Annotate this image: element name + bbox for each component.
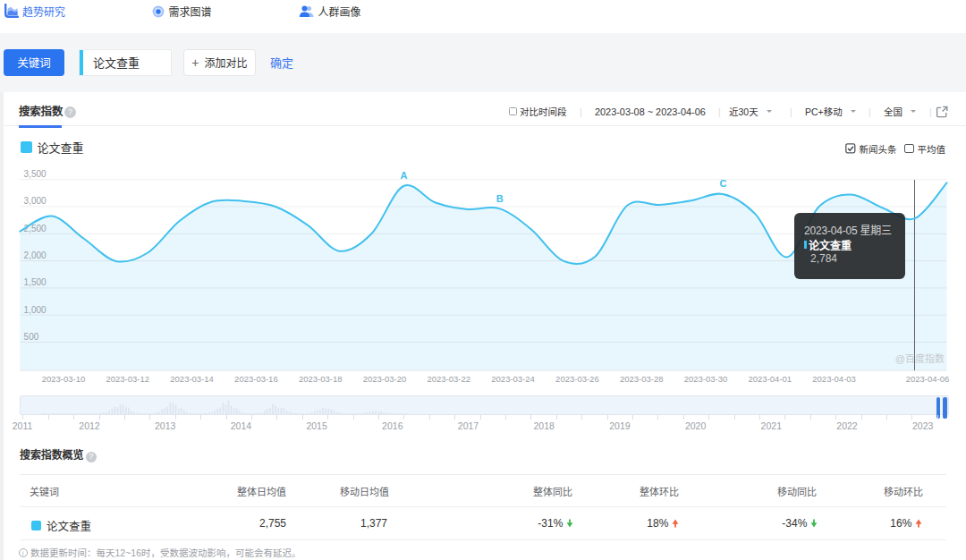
svg-text:A: A <box>400 170 407 181</box>
svg-text:2,500: 2,500 <box>24 224 47 233</box>
svg-text:2023-03-24: 2023-03-24 <box>491 374 535 384</box>
svg-text:2023-04-03: 2023-04-03 <box>812 374 856 384</box>
svg-text:2023-03-22: 2023-03-22 <box>427 374 470 384</box>
svg-text:2023-04-01: 2023-04-01 <box>748 374 792 384</box>
svg-text:2023-03-26: 2023-03-26 <box>555 374 599 384</box>
svg-text:3,500: 3,500 <box>24 169 47 179</box>
svg-text:2023-03-14: 2023-03-14 <box>170 374 214 384</box>
svg-text:2023-03-30: 2023-03-30 <box>684 374 728 384</box>
svg-text:2023-03-10: 2023-03-10 <box>42 374 86 384</box>
svg-text:500: 500 <box>24 332 39 342</box>
svg-text:2023-03-18: 2023-03-18 <box>299 374 343 384</box>
svg-text:3,000: 3,000 <box>24 196 47 206</box>
svg-text:2023-03-20: 2023-03-20 <box>363 374 407 384</box>
svg-text:2,000: 2,000 <box>24 250 47 260</box>
svg-text:1,000: 1,000 <box>24 305 47 315</box>
svg-text:C: C <box>720 178 727 189</box>
svg-text:1,500: 1,500 <box>24 277 47 287</box>
svg-text:2023-04-06: 2023-04-06 <box>906 374 950 384</box>
svg-text:2023-03-12: 2023-03-12 <box>106 374 149 384</box>
svg-text:@百度指数: @百度指数 <box>895 352 945 364</box>
svg-text:B: B <box>496 193 504 204</box>
svg-text:2023-03-16: 2023-03-16 <box>234 374 278 384</box>
svg-text:2023-03-28: 2023-03-28 <box>620 374 664 384</box>
